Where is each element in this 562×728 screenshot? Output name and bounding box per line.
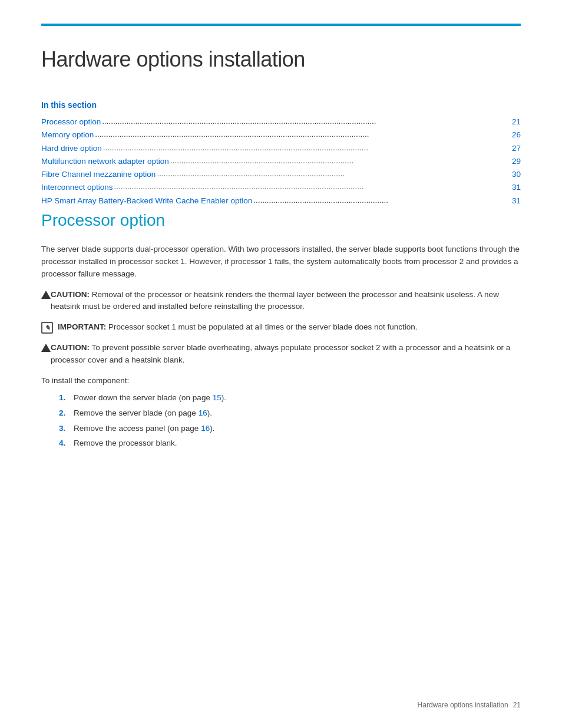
toc-link-1[interactable]: Processor option bbox=[41, 116, 101, 128]
important-content: IMPORTANT: Processor socket 1 must be po… bbox=[58, 321, 418, 334]
toc-item-7: HP Smart Array Battery-Backed Write Cach… bbox=[41, 195, 521, 207]
toc-item-3: Hard drive option ......................… bbox=[41, 143, 521, 154]
toc-page-3: 27 bbox=[512, 143, 521, 154]
toc-list: Processor option .......................… bbox=[41, 116, 521, 207]
step-item-1: 1. Power down the server blade (on page … bbox=[59, 391, 521, 404]
processor-section: Processor option The server blade suppor… bbox=[41, 208, 521, 450]
step-2-link[interactable]: 16 bbox=[199, 409, 207, 417]
top-border bbox=[41, 24, 521, 26]
caution-block-1: CAUTION: Removal of the processor or hea… bbox=[41, 289, 521, 314]
step-text-4: Remove the processor blank. bbox=[74, 437, 177, 450]
footer-label: Hardware options installation bbox=[418, 700, 508, 710]
step-2-suffix: ). bbox=[207, 409, 212, 417]
toc-dots-6: ........................................… bbox=[114, 181, 511, 193]
toc-link-2[interactable]: Memory option bbox=[41, 129, 94, 141]
step-1-suffix: ). bbox=[222, 393, 226, 402]
step-number-3: 3. bbox=[59, 422, 74, 435]
step-item-4: 4. Remove the processor blank. bbox=[59, 437, 521, 450]
toc-page-5: 30 bbox=[512, 169, 521, 180]
step-number-4: 4. bbox=[59, 437, 74, 450]
important-block: ✎ IMPORTANT: Processor socket 1 must be … bbox=[41, 321, 521, 334]
caution-block-2: CAUTION: To prevent possible server blad… bbox=[41, 342, 521, 367]
toc-dots-7: ........................................… bbox=[253, 195, 511, 206]
toc-label: In this section bbox=[41, 99, 521, 111]
caution-text-2: To prevent possible server blade overhea… bbox=[51, 343, 510, 364]
step-1-link[interactable]: 15 bbox=[213, 393, 222, 402]
toc-dots-4: ........................................… bbox=[170, 155, 511, 167]
toc-item-5: Fibre Channel mezzanine option .........… bbox=[41, 169, 521, 180]
toc-link-4[interactable]: Multifunction network adapter option bbox=[41, 156, 169, 167]
processor-heading: Processor option bbox=[41, 208, 521, 233]
toc-page-2: 26 bbox=[512, 129, 521, 141]
step-text-2: Remove the server blade (on page 16). bbox=[74, 407, 212, 420]
step-number-2: 2. bbox=[59, 407, 74, 420]
step-list: 1. Power down the server blade (on page … bbox=[59, 391, 521, 449]
toc-item-6: Interconnect options ...................… bbox=[41, 182, 521, 193]
processor-body: The server blade supports dual-processor… bbox=[41, 243, 521, 281]
step-number-1: 1. bbox=[59, 391, 74, 404]
caution-triangle-icon-1 bbox=[41, 291, 51, 299]
toc-page-7: 31 bbox=[512, 195, 521, 207]
caution-label-2: CAUTION: bbox=[51, 343, 90, 352]
toc-link-3[interactable]: Hard drive option bbox=[41, 143, 102, 154]
step-2-text: Remove the server blade (on page bbox=[74, 409, 199, 417]
toc-link-6[interactable]: Interconnect options bbox=[41, 182, 113, 193]
toc-dots-2: ........................................… bbox=[95, 129, 511, 140]
caution-triangle-icon-2 bbox=[41, 344, 51, 352]
toc-section: In this section Processor option .......… bbox=[41, 99, 521, 207]
step-3-text: Remove the access panel (on page bbox=[74, 424, 201, 433]
toc-page-4: 29 bbox=[512, 156, 521, 167]
caution-text-1: Removal of the processor or heatsink ren… bbox=[51, 290, 499, 311]
toc-link-7[interactable]: HP Smart Array Battery-Backed Write Cach… bbox=[41, 195, 252, 207]
step-text-3: Remove the access panel (on page 16). bbox=[74, 422, 214, 435]
step-text-1: Power down the server blade (on page 15)… bbox=[74, 391, 226, 404]
step-3-link[interactable]: 16 bbox=[201, 424, 210, 433]
important-text: Processor socket 1 must be populated at … bbox=[106, 322, 417, 331]
step-item-2: 2. Remove the server blade (on page 16). bbox=[59, 407, 521, 420]
toc-dots-3: ........................................… bbox=[103, 142, 511, 154]
footer-page-number: 21 bbox=[513, 700, 521, 710]
toc-item-4: Multifunction network adapter option ...… bbox=[41, 156, 521, 167]
page-footer: Hardware options installation 21 bbox=[418, 700, 521, 710]
toc-dots-1: ........................................… bbox=[102, 116, 511, 127]
important-icon: ✎ bbox=[41, 322, 53, 334]
step-3-suffix: ). bbox=[210, 424, 214, 433]
toc-link-5[interactable]: Fibre Channel mezzanine option bbox=[41, 169, 156, 180]
to-install-text: To install the component: bbox=[41, 375, 521, 387]
toc-page-1: 21 bbox=[512, 116, 521, 128]
page-container: Hardware options installation In this se… bbox=[0, 0, 562, 728]
step-1-text: Power down the server blade (on page bbox=[74, 393, 213, 402]
toc-item-2: Memory option ..........................… bbox=[41, 129, 521, 141]
caution-content-2: CAUTION: To prevent possible server blad… bbox=[51, 342, 521, 367]
caution-label-1: CAUTION: bbox=[51, 290, 90, 299]
important-label: IMPORTANT: bbox=[58, 322, 106, 331]
caution-content-1: CAUTION: Removal of the processor or hea… bbox=[51, 289, 521, 314]
toc-dots-5: ........................................… bbox=[157, 168, 511, 180]
step-item-3: 3. Remove the access panel (on page 16). bbox=[59, 422, 521, 435]
toc-page-6: 31 bbox=[512, 182, 521, 193]
page-title: Hardware options installation bbox=[41, 44, 521, 75]
toc-item-1: Processor option .......................… bbox=[41, 116, 521, 128]
